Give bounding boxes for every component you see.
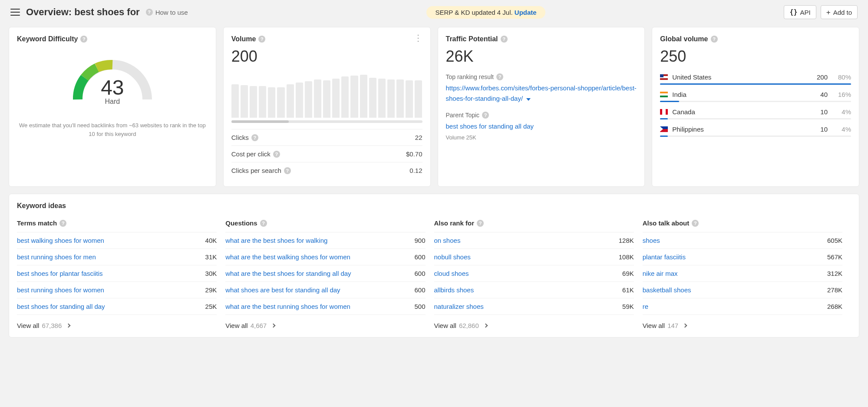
keyword-link[interactable]: what are the best walking shoes for wome… [225,253,350,261]
flag-icon [660,126,668,132]
keyword-difficulty-card: Keyword Difficulty ? 43 Hard [9,27,216,187]
keyword-link[interactable]: what are the best shoes for walking [225,237,327,244]
menu-icon[interactable] [10,9,20,16]
chevron-right-icon [483,324,488,328]
update-banner: SERP & KD updated 4 Jul. Update [426,6,545,19]
volume-bar [415,80,422,118]
difficulty-estimate: We estimate that you'll need backlinks f… [17,121,208,138]
add-to-button[interactable]: + Add to [821,5,858,19]
keyword-row: plantar fasciitis567K [643,249,842,265]
help-icon[interactable]: ? [284,167,291,174]
volume-bar [341,76,349,118]
keyword-link[interactable]: plantar fasciitis [643,253,686,261]
keyword-link[interactable]: best running shoes for women [17,286,104,294]
keyword-row: shoes605K [643,232,842,249]
volume-bar [396,79,404,118]
volume-bar [231,84,239,118]
view-all-link[interactable]: View all 67,386 [17,315,217,335]
help-icon[interactable]: ? [482,112,489,119]
country-row[interactable]: Canada104% [660,105,851,122]
global-volume-card: Global volume ? 250 United States20080%I… [652,27,859,187]
flag-icon [660,109,668,115]
volume-bar [259,86,266,118]
keyword-ideas-card: Keyword ideas Terms match ?best walking … [9,194,859,338]
country-row[interactable]: India4016% [660,87,851,105]
help-icon[interactable]: ? [59,220,66,227]
help-icon[interactable]: ? [477,220,484,227]
keyword-row: best walking shoes for women40K [17,232,217,249]
help-icon[interactable]: ? [711,36,718,43]
keyword-row: best shoes for plantar fasciitis30K [17,265,217,282]
volume-value: 200 [231,47,422,66]
keyword-link[interactable]: naturalizer shoes [434,303,484,310]
flag-icon [660,74,668,80]
keyword-link[interactable]: shoes [643,237,660,244]
volume-bar [323,80,330,118]
volume-bar [287,84,294,118]
volume-bar [360,75,367,118]
how-to-use-link[interactable]: ? How to use [146,9,188,16]
keyword-row: what are the best shoes for walking900 [225,232,425,249]
keyword-row: allbirds shoes61K [434,282,634,298]
keyword-link[interactable]: on shoes [434,237,461,244]
keyword-row: nobull shoes108K [434,249,634,265]
help-icon[interactable]: ? [258,36,265,43]
keyword-row: what are the best running shoes for wome… [225,298,425,315]
keyword-link[interactable]: best shoes for plantar fasciitis [17,270,103,277]
parent-topic-link[interactable]: best shoes for standing all day [446,122,534,130]
help-icon[interactable]: ? [273,151,280,158]
help-icon[interactable]: ? [260,220,267,227]
keyword-link[interactable]: allbirds shoes [434,286,474,294]
help-icon: ? [146,9,153,16]
volume-bar [277,87,284,118]
code-icon: {} [789,8,797,16]
volume-bar [268,87,275,118]
difficulty-score: 43 [69,76,156,99]
topbar: Overview: best shoes for ? How to use SE… [9,0,859,27]
chevron-down-icon[interactable] [526,98,531,101]
volume-bar [241,85,248,118]
volume-bar [305,81,312,118]
keyword-link[interactable]: nike air max [643,270,678,277]
help-icon[interactable]: ? [496,73,503,80]
kebab-icon[interactable]: ⋮ [414,33,422,43]
keyword-link[interactable]: best walking shoes for women [17,237,104,244]
traffic-value: 26K [446,47,637,66]
chart-scrollbar[interactable] [231,120,422,123]
difficulty-gauge: 43 Hard [69,52,156,108]
ideas-title: Keyword ideas [17,202,851,210]
country-row[interactable]: Philippines104% [660,122,851,139]
keyword-link[interactable]: cloud shoes [434,270,469,277]
volume-bar [250,86,257,118]
volume-stat-row: Clicks per search ?0.12 [231,162,422,179]
keyword-link[interactable]: best running shoes for men [17,253,96,261]
help-icon[interactable]: ? [251,134,258,141]
parent-topic-volume: Volume 25K [446,134,637,141]
page-title: Overview: best shoes for [26,7,140,18]
api-button[interactable]: {} API [784,5,816,19]
keyword-link[interactable]: what are the best shoes for standing all… [225,270,351,277]
traffic-potential-card: Traffic Potential ? 26K Top ranking resu… [438,27,645,187]
view-all-link[interactable]: View all 147 [643,315,842,335]
keyword-link[interactable]: re [643,303,648,310]
help-icon[interactable]: ? [501,36,508,43]
keyword-link[interactable]: what are the best running shoes for wome… [225,303,350,310]
keyword-row: naturalizer shoes59K [434,298,634,315]
keyword-link[interactable]: basketball shoes [643,286,691,294]
global-value: 250 [660,47,851,66]
view-all-link[interactable]: View all 4,667 [225,315,425,335]
help-icon[interactable]: ? [692,220,699,227]
view-all-link[interactable]: View all 62,860 [434,315,634,335]
top-ranking-link[interactable]: https://www.forbes.com/sites/forbes-pers… [446,84,637,102]
keyword-link[interactable]: what shoes are best for standing all day [225,286,340,294]
kd-title: Keyword Difficulty [17,35,78,43]
volume-bar [369,78,376,118]
help-icon[interactable]: ? [80,36,87,43]
keyword-row: best running shoes for men31K [17,249,217,265]
update-link[interactable]: Update [515,9,537,16]
keyword-link[interactable]: nobull shoes [434,253,471,261]
volume-bar [378,79,386,118]
country-row[interactable]: United States20080% [660,70,851,87]
ideas-column: Also talk about ?shoes605Kplantar fascii… [643,219,851,335]
keyword-link[interactable]: best shoes for standing all day [17,303,105,310]
